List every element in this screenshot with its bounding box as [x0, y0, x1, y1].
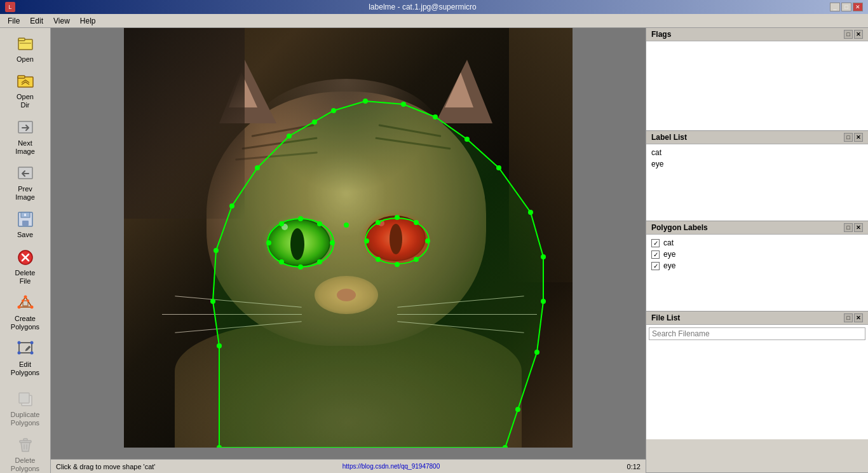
prev-image-icon	[15, 163, 36, 184]
cat-image	[124, 28, 573, 448]
flags-close-icon[interactable]: ✕	[854, 30, 863, 39]
edit-polygons-icon	[15, 339, 36, 359]
label-list-title: Label List	[651, 133, 687, 142]
svg-point-21	[17, 352, 20, 355]
svg-point-17	[27, 299, 29, 302]
svg-rect-8	[22, 221, 29, 226]
flags-icons: □ ✕	[844, 30, 863, 39]
open-dir-label: OpenDir	[17, 93, 34, 109]
image-container	[124, 28, 573, 448]
toolbar: Open OpenDir NextImage	[0, 28, 51, 473]
label-list-content: cat eye	[646, 144, 868, 221]
open-dir-icon	[15, 71, 36, 92]
polygon-label-eye-1: eye	[663, 250, 675, 259]
right-panel: Flags □ ✕ Label List □ ✕ cat eye	[646, 28, 868, 473]
status-url: https://blog.csdn.net/qq_91947800	[342, 463, 440, 470]
minimize-button[interactable]: _	[830, 3, 840, 11]
save-button[interactable]: Save	[3, 206, 48, 242]
polygon-labels-icons: □ ✕	[844, 223, 863, 232]
delete-file-icon	[15, 247, 36, 268]
svg-point-12	[24, 295, 27, 298]
svg-rect-9	[24, 214, 26, 216]
menubar: File Edit View Help	[0, 14, 868, 28]
close-button[interactable]: ✕	[853, 3, 863, 11]
delete-polygons-icon	[15, 435, 36, 455]
app-icon: L	[5, 2, 15, 12]
menu-help[interactable]: Help	[75, 15, 101, 27]
create-polygons-icon	[15, 293, 36, 313]
delete-file-button[interactable]: DeleteFile	[3, 244, 48, 289]
open-icon	[15, 34, 36, 54]
next-image-button[interactable]: NextImage	[3, 114, 48, 159]
delete-file-label: DeleteFile	[15, 269, 36, 285]
label-list-icons: □ ✕	[844, 133, 863, 142]
file-list-items	[646, 343, 868, 348]
polygon-labels-header: Polygon Labels □ ✕	[646, 221, 868, 235]
label-list-header: Label List □ ✕	[646, 131, 868, 144]
maximize-button[interactable]: □	[841, 3, 851, 11]
open-dir-button[interactable]: OpenDir	[3, 68, 48, 113]
file-list-icons: □ ✕	[844, 313, 863, 322]
file-list-section: File List □ ✕	[646, 312, 868, 473]
window-controls: _ □ ✕	[830, 3, 863, 11]
polygon-labels-content: ✓ cat ✓ eye ✓ eye	[646, 235, 868, 311]
svg-point-13	[30, 305, 33, 308]
status-time: 0:12	[627, 463, 641, 470]
prev-image-button[interactable]: PrevImage	[3, 160, 48, 205]
file-list-float-icon[interactable]: □	[844, 313, 853, 322]
save-icon	[15, 209, 36, 230]
delete-polygons-button[interactable]: DeletePolygons	[3, 432, 48, 473]
duplicate-polygons-icon	[15, 389, 36, 409]
polygon-checkbox-eye-1[interactable]: ✓	[651, 250, 660, 259]
menu-edit[interactable]: Edit	[25, 15, 48, 27]
duplicate-polygons-label: DuplicatePolygons	[11, 411, 40, 427]
polygon-label-cat: cat	[663, 238, 674, 247]
flags-section: Flags □ ✕	[646, 28, 868, 131]
flags-float-icon[interactable]: □	[844, 30, 853, 39]
flags-content	[646, 41, 868, 130]
status-bar: Click & drag to move shape 'cat' https:/…	[51, 459, 646, 473]
svg-point-14	[17, 305, 20, 308]
flags-header: Flags □ ✕	[646, 28, 868, 41]
svg-rect-24	[19, 393, 29, 403]
prev-image-label: PrevImage	[15, 185, 35, 202]
menu-view[interactable]: View	[48, 15, 75, 27]
status-message: Click & drag to move shape 'cat'	[56, 463, 155, 470]
polygon-item-cat[interactable]: ✓ cat	[649, 237, 865, 249]
edit-polygons-button[interactable]: EditPolygons	[3, 336, 48, 380]
svg-rect-1	[18, 38, 25, 41]
file-search-input[interactable]	[649, 327, 865, 340]
file-list-close-icon[interactable]: ✕	[854, 313, 863, 322]
duplicate-polygons-button[interactable]: DuplicatePolygons	[3, 386, 48, 430]
polygon-checkbox-cat[interactable]: ✓	[651, 239, 660, 247]
create-polygons-label: CreatePolygons	[11, 315, 39, 331]
label-list-float-icon[interactable]: □	[844, 133, 853, 142]
delete-polygons-label: DeletePolygons	[11, 456, 39, 473]
label-item-cat[interactable]: cat	[649, 147, 865, 158]
polygon-label-eye-2: eye	[663, 261, 675, 270]
svg-point-19	[17, 341, 20, 345]
polygon-item-eye-2[interactable]: ✓ eye	[649, 260, 865, 271]
svg-rect-3	[18, 76, 25, 78]
polygon-labels-close-icon[interactable]: ✕	[854, 223, 863, 232]
canvas-area[interactable]: Click & drag to move shape 'cat' https:/…	[51, 28, 646, 473]
open-label: Open	[17, 55, 34, 64]
next-image-icon	[15, 118, 36, 138]
open-button[interactable]: Open	[3, 31, 48, 67]
menu-file[interactable]: File	[3, 15, 25, 27]
svg-point-16	[22, 299, 24, 302]
svg-rect-26	[24, 439, 27, 441]
save-label: Save	[17, 231, 33, 239]
next-image-label: NextImage	[15, 139, 35, 156]
polygon-labels-section: Polygon Labels □ ✕ ✓ cat ✓ eye ✓ eye	[646, 221, 868, 312]
create-polygons-button[interactable]: CreatePolygons	[3, 290, 48, 334]
file-list-content	[646, 325, 868, 439]
polygon-checkbox-eye-2[interactable]: ✓	[651, 262, 660, 270]
label-item-eye[interactable]: eye	[649, 158, 865, 170]
label-list-close-icon[interactable]: ✕	[854, 133, 863, 142]
polygon-item-eye-1[interactable]: ✓ eye	[649, 249, 865, 260]
main-container: Open OpenDir NextImage	[0, 28, 868, 473]
polygon-labels-float-icon[interactable]: □	[844, 223, 853, 232]
file-list-title: File List	[651, 313, 680, 322]
svg-point-22	[30, 352, 33, 355]
